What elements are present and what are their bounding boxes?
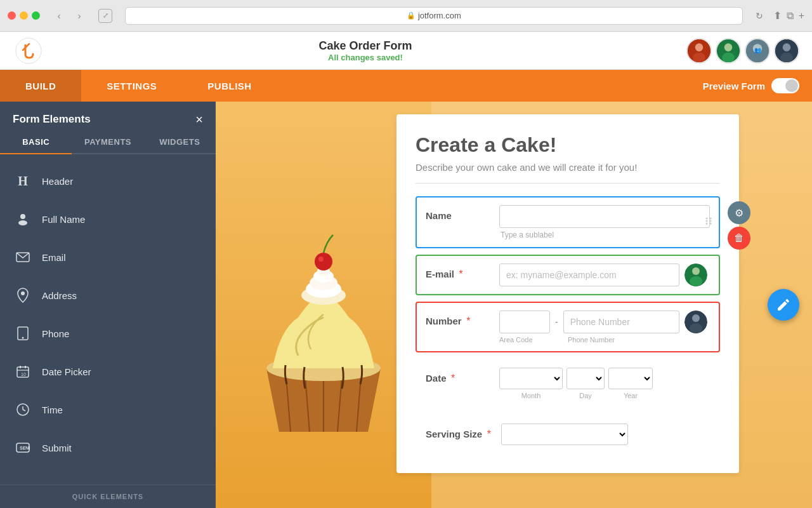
add-tab-button[interactable]: + bbox=[799, 10, 804, 22]
tab-settings[interactable]: SETTINGS bbox=[81, 70, 182, 102]
sidebar-tab-basic[interactable]: BASIC bbox=[0, 131, 72, 154]
svg-text:10: 10 bbox=[21, 372, 26, 377]
avatar-3-placeholder: 👥 bbox=[746, 39, 769, 62]
close-traffic-light[interactable] bbox=[8, 11, 16, 20]
svg-point-6 bbox=[722, 52, 735, 62]
day-sublabel: Day bbox=[566, 392, 605, 399]
phone-sublabels: Area Code Phone Number bbox=[499, 336, 679, 344]
svg-point-54 bbox=[690, 323, 702, 333]
fullscreen-traffic-light[interactable] bbox=[32, 11, 40, 20]
app-title-section: Cake Order Form All changes saved! bbox=[44, 39, 686, 62]
name-label: Name bbox=[426, 210, 452, 221]
share-button[interactable]: ⬆ bbox=[773, 10, 782, 22]
svg-point-3 bbox=[693, 52, 705, 62]
nav-buttons: ‹ › bbox=[50, 10, 88, 22]
date-month-select[interactable] bbox=[499, 368, 563, 389]
drag-handle-name[interactable] bbox=[704, 216, 714, 229]
form-field-phone[interactable]: Number * - Area Code Phone Number bbox=[416, 302, 720, 352]
sidebar-item-fullname[interactable]: Full Name bbox=[0, 200, 216, 238]
field-actions-name: ⚙ 🗑 bbox=[728, 201, 750, 250]
form-field-serving[interactable]: Serving Size * bbox=[416, 415, 720, 454]
tab-build[interactable]: BUILD bbox=[0, 70, 81, 102]
date-row bbox=[499, 368, 710, 389]
sidebar-item-submit[interactable]: SEND Submit bbox=[0, 429, 216, 467]
expand-button[interactable]: ⤢ bbox=[98, 9, 112, 23]
avatar-4-placeholder bbox=[775, 39, 798, 62]
date-day-select[interactable] bbox=[566, 368, 605, 389]
svg-point-47 bbox=[706, 223, 708, 225]
minimize-traffic-light[interactable] bbox=[20, 11, 28, 20]
svg-line-26 bbox=[23, 410, 25, 411]
sidebar-item-label-address: Address bbox=[42, 290, 77, 301]
preview-form-section: Preview Form bbox=[703, 78, 812, 93]
preview-form-toggle[interactable] bbox=[771, 78, 799, 93]
phone-input-col: - Area Code Phone Number bbox=[499, 311, 710, 344]
floating-edit-button[interactable] bbox=[768, 289, 799, 321]
svg-point-46 bbox=[710, 220, 712, 222]
avatar-1-placeholder bbox=[688, 39, 710, 62]
serving-size-select[interactable] bbox=[501, 424, 628, 445]
form-title: Create a Cake! bbox=[416, 133, 720, 157]
back-button[interactable]: ‹ bbox=[50, 10, 68, 22]
refresh-button[interactable]: ↻ bbox=[756, 11, 763, 21]
phone-number-input[interactable] bbox=[563, 311, 679, 333]
user-avatar-4[interactable] bbox=[774, 38, 799, 64]
user-avatar-3[interactable]: 👥 bbox=[745, 38, 770, 64]
jotform-logo-icon bbox=[15, 37, 42, 64]
phone-icon bbox=[13, 323, 33, 344]
edit-icon bbox=[776, 297, 791, 312]
forward-button[interactable]: › bbox=[70, 10, 88, 22]
form-field-date[interactable]: Date * Month Day Year bbox=[416, 359, 720, 408]
traffic-lights bbox=[8, 11, 40, 20]
svg-text:SEND: SEND bbox=[20, 446, 30, 450]
phone-dash: - bbox=[555, 311, 558, 327]
name-sublabel: Type a sublabel bbox=[499, 231, 710, 239]
svg-point-17 bbox=[21, 291, 25, 295]
preview-form-label: Preview Form bbox=[703, 81, 765, 91]
form-field-name[interactable]: Name Type a sublabel ⚙ 🗑 bbox=[416, 196, 720, 248]
sidebar-item-time[interactable]: Time bbox=[0, 391, 216, 429]
svg-point-13 bbox=[780, 52, 793, 62]
sidebar-item-phone[interactable]: Phone bbox=[0, 314, 216, 352]
date-required: * bbox=[451, 373, 455, 384]
phone-required: * bbox=[466, 316, 470, 326]
name-input[interactable] bbox=[499, 205, 710, 228]
sidebar-item-label-header: Header bbox=[42, 176, 73, 187]
sidebar-item-label-datepicker: Date Picker bbox=[42, 366, 91, 377]
sidebar-toggle-button[interactable]: ⧉ bbox=[787, 10, 794, 22]
email-input[interactable] bbox=[499, 264, 679, 286]
sidebar-item-header[interactable]: H Header bbox=[0, 162, 216, 200]
avatar-2-placeholder bbox=[717, 39, 740, 62]
tab-publish[interactable]: PUBLISH bbox=[182, 70, 277, 102]
gear-button-name[interactable]: ⚙ bbox=[728, 201, 750, 224]
form-canvas: Create a Cake! Describe your own cake an… bbox=[216, 102, 812, 508]
svg-point-50 bbox=[692, 267, 700, 275]
fullname-icon bbox=[13, 209, 33, 229]
form-field-email[interactable]: E-mail * bbox=[416, 255, 720, 295]
sidebar-item-address[interactable]: Address bbox=[0, 276, 216, 314]
sidebar-item-datepicker[interactable]: 10 Date Picker bbox=[0, 352, 216, 391]
sidebar-tab-widgets[interactable]: WIDGETS bbox=[144, 131, 216, 154]
email-label: E-mail bbox=[426, 269, 454, 279]
nav-bar: BUILD SETTINGS PUBLISH Preview Form bbox=[0, 70, 812, 102]
form-card: Create a Cake! Describe your own cake an… bbox=[396, 114, 739, 473]
email-label-col: E-mail * bbox=[426, 264, 489, 280]
sidebar-item-email[interactable]: Email bbox=[0, 238, 216, 276]
user-avatar-1[interactable] bbox=[686, 38, 712, 64]
svg-point-43 bbox=[706, 218, 708, 220]
delete-button-name[interactable]: 🗑 bbox=[728, 227, 750, 250]
quick-elements-label: QUICK ELEMENTS bbox=[0, 485, 216, 508]
user-avatars: 👥 bbox=[686, 38, 799, 64]
form-subtitle: Describe your own cake and we will creat… bbox=[416, 162, 720, 184]
date-year-select[interactable] bbox=[608, 368, 653, 389]
svg-point-53 bbox=[692, 314, 700, 322]
address-bar[interactable]: 🔒 jotform.com bbox=[125, 7, 743, 25]
sidebar-tab-payments[interactable]: PAYMENTS bbox=[72, 131, 143, 154]
phone-label: Number bbox=[426, 316, 462, 326]
sidebar-close-button[interactable]: × bbox=[195, 113, 203, 126]
user-avatar-2[interactable] bbox=[716, 38, 741, 64]
area-code-input[interactable] bbox=[499, 311, 550, 333]
sidebar: Form Elements × BASIC PAYMENTS WIDGETS H… bbox=[0, 102, 216, 508]
svg-point-45 bbox=[706, 220, 708, 222]
address-icon bbox=[13, 285, 33, 305]
